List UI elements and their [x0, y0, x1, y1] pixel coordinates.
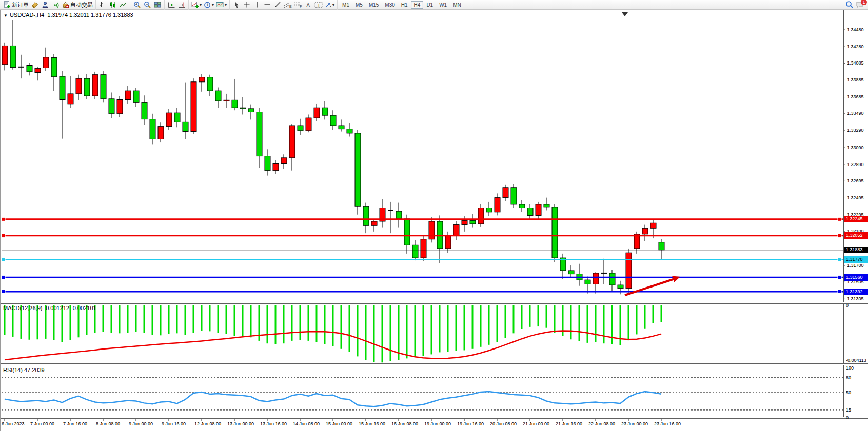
line-handle[interactable] [838, 290, 841, 294]
channel-button[interactable]: E [283, 1, 293, 9]
autotrade-button[interactable]: 自动交易 [61, 1, 94, 9]
candle [281, 158, 287, 164]
date-label: 16 Jun 08:00 [391, 421, 418, 426]
pane-splitter-rsi[interactable] [1, 363, 868, 365]
timeframe-m15-button[interactable]: M15 [366, 1, 382, 9]
line-handle[interactable] [838, 276, 841, 279]
line-handle[interactable] [2, 234, 5, 237]
date-label: 7 Jun 16:00 [63, 421, 87, 426]
chart-shift-button[interactable] [176, 1, 187, 9]
price-tag-1.31770: 1.31770 [844, 256, 868, 263]
text-a-icon: A [305, 1, 312, 8]
notification-count-badge: 1 [861, 0, 867, 5]
tile-windows-button[interactable] [152, 1, 163, 9]
styler-icon [31, 1, 38, 8]
price-tick-label: 1.34085 [847, 60, 864, 66]
candle [470, 220, 476, 224]
date-label: 23 Jun 16:00 [654, 421, 681, 426]
candle [445, 236, 451, 249]
arrows-dropdown[interactable]: ▾ [324, 1, 336, 9]
styler-button[interactable] [30, 1, 40, 9]
price-tick-label: 1.34280 [847, 44, 864, 49]
candle [68, 94, 73, 104]
main-toolbar: 新订单 自动交易 [0, 0, 868, 10]
signals-button[interactable] [50, 1, 61, 9]
line-handle[interactable] [838, 217, 841, 221]
pane-splitter-macd[interactable] [1, 302, 868, 304]
chart-canvas[interactable] [1, 10, 868, 431]
candle [421, 239, 426, 258]
candle [306, 118, 311, 131]
candle [224, 100, 229, 101]
line-chart-button[interactable] [118, 1, 128, 9]
template-icon [216, 1, 224, 8]
timeframe-m1-button[interactable]: M1 [339, 1, 352, 9]
date-label: 22 Jun 08:00 [588, 421, 615, 426]
timeframe-h1-button[interactable]: H1 [398, 1, 411, 9]
vertical-line-icon [253, 1, 261, 8]
svg-text:T: T [318, 3, 321, 8]
chart-type-group [96, 0, 130, 10]
templates-dropdown[interactable]: ▾ [215, 1, 228, 9]
rsi-axis-50: 50 [846, 390, 851, 395]
search-button[interactable] [844, 1, 855, 9]
line-handle[interactable] [838, 234, 841, 237]
chart-shift-icon [178, 1, 186, 8]
candle [125, 91, 131, 99]
rsi-axis-80: 80 [846, 375, 851, 380]
line-handle[interactable] [2, 276, 5, 279]
indicators-dropdown[interactable]: ▾ [190, 1, 203, 9]
community-person-icon [42, 1, 49, 8]
timeframe-d1-button[interactable]: D1 [423, 1, 436, 9]
label-button[interactable]: T [313, 1, 324, 9]
notifications-button[interactable]: 1 [855, 1, 865, 9]
crosshair-button[interactable] [242, 1, 252, 9]
autoscroll-button[interactable] [166, 1, 176, 9]
autotrade-icon [62, 1, 69, 8]
candle [412, 245, 418, 258]
vline-button[interactable] [252, 1, 262, 9]
zoom-in-button[interactable] [132, 1, 142, 9]
line-handle[interactable] [838, 258, 841, 261]
candle [519, 204, 525, 208]
pane-splitter-axis[interactable] [1, 417, 868, 419]
candle [150, 119, 155, 139]
candle [92, 75, 98, 96]
candle [298, 126, 303, 131]
candle [158, 127, 164, 139]
hline-button[interactable] [262, 1, 272, 9]
periods-dropdown[interactable]: ▾ [203, 1, 215, 9]
text-button[interactable]: A [303, 1, 313, 9]
cursor-button[interactable] [231, 1, 242, 9]
candle [289, 126, 295, 158]
timeframe-h4-button[interactable]: H4 [411, 1, 424, 9]
timeframe-mn-button[interactable]: MN [450, 1, 464, 9]
timeframe-w1-button[interactable]: W1 [436, 1, 450, 9]
timeframe-m30-button[interactable]: M30 [382, 1, 398, 9]
zoom-out-icon [144, 1, 151, 9]
trendline-button[interactable] [272, 1, 283, 9]
date-label: 19 Jun 00:00 [424, 421, 451, 426]
date-label: 15 Jun 16:00 [359, 421, 385, 426]
line-handle[interactable] [2, 217, 5, 221]
line-handle[interactable] [2, 290, 5, 294]
search-icon [845, 1, 854, 9]
bars-chart-button[interactable] [97, 1, 108, 9]
candles-chart-button[interactable] [108, 1, 118, 9]
zoom-out-button[interactable] [142, 1, 152, 9]
line-handle[interactable] [2, 258, 5, 261]
chart-window[interactable]: ▼USDCAD-,H4 1.31974 1.32011 1.31776 1.31… [0, 10, 868, 431]
candle [191, 82, 196, 132]
timeframe-m5-button[interactable]: M5 [352, 1, 366, 9]
fibonacci-button[interactable]: F [293, 1, 303, 9]
candle [240, 108, 246, 109]
price-tag-1.31883: 1.31883 [844, 247, 868, 253]
new-order-button[interactable]: 新订单 [3, 1, 30, 9]
community-button[interactable] [40, 1, 50, 9]
candle [503, 188, 508, 198]
collapse-arrow-icon[interactable]: ▼ [4, 13, 8, 18]
svg-text:F: F [300, 5, 302, 8]
candle [215, 91, 221, 101]
trendline-icon [274, 1, 281, 8]
candles-chart-icon [109, 1, 116, 8]
